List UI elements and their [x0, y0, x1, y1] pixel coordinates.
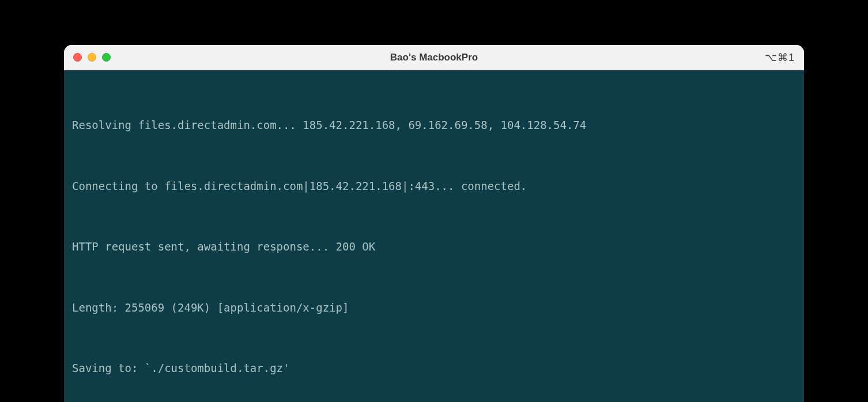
window-title: Bao's MacbookPro	[64, 52, 804, 63]
minimize-button[interactable]	[88, 53, 96, 62]
terminal-output-line: Resolving files.directadmin.com... 185.4…	[72, 115, 796, 135]
tab-shortcut-indicator: ⌥⌘1	[765, 51, 795, 64]
close-button[interactable]	[73, 53, 82, 62]
terminal-body[interactable]: Resolving files.directadmin.com... 185.4…	[64, 70, 804, 402]
terminal-output-line: HTTP request sent, awaiting response... …	[72, 237, 796, 257]
maximize-button[interactable]	[102, 53, 111, 62]
terminal-output-line: Length: 255069 (249K) [application/x-gzi…	[72, 298, 796, 318]
terminal-window: Bao's MacbookPro ⌥⌘1 Resolving files.dir…	[64, 45, 804, 402]
terminal-output-line: Connecting to files.directadmin.com|185.…	[72, 176, 796, 196]
traffic-lights	[73, 53, 111, 62]
terminal-output-line: Saving to: `./custombuild.tar.gz'	[72, 358, 796, 378]
titlebar[interactable]: Bao's MacbookPro ⌥⌘1	[64, 45, 804, 70]
